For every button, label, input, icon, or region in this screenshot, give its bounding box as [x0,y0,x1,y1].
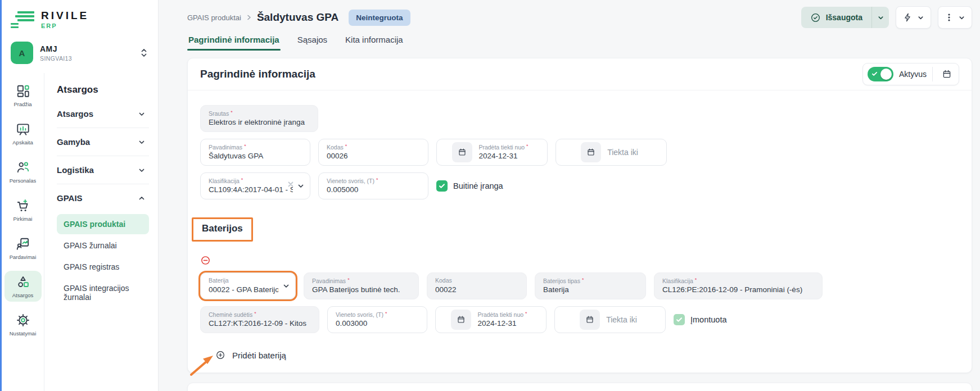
saved-dropdown-caret[interactable] [871,7,889,28]
menu-item-gpais[interactable]: GPAIS [57,184,149,212]
rail-label: Atsargos [12,292,34,298]
clear-icon[interactable] [287,180,295,188]
vieneto-svoris-field[interactable]: Vieneto svoris, (T) 0.005000 [318,172,428,199]
card-title: Pagrindinė informacija [200,68,315,80]
field-label: Baterijos tipas [543,277,638,285]
kebab-icon [945,12,954,22]
toggle-knob [880,69,892,80]
page-header: GPAIS produktai Šaldytuvas GPA Neintegru… [187,6,972,29]
dashboard-icon [16,84,30,98]
rail-label: Apskaita [12,139,33,146]
chevron-down-icon [297,182,305,190]
submenu-item-gpais-zurnalai[interactable]: GPAIS žurnalai [57,235,149,256]
active-toggle[interactable] [868,67,893,81]
rail-item-personalas[interactable]: Personalas [4,156,42,187]
pavadinimas-field[interactable]: Pavadinimas Šaldytuvas GPA [200,139,310,166]
tiekta-iki-field[interactable]: Tiekta iki [556,139,667,166]
calendar-icon [580,310,600,330]
tab-kita-informacija[interactable]: Kita informacija [344,30,404,51]
rail-item-atsargos[interactable]: Atsargos [4,271,42,302]
baterijos-tipas-field: Baterijos tipas Baterija [535,272,646,299]
baterija-pavadinimas-field: Pavadinimas GPA Baterijos butinė tech. [304,272,419,299]
pradeta-tiekti-nuo-field[interactable]: Pradėta tiekti nuo 2024-12-31 [436,139,548,166]
chevron-down-icon [958,14,965,21]
saved-split-button[interactable]: Išsaugota [801,7,889,28]
tab-pagrindine-informacija[interactable]: Pagrindinė informacija [187,30,281,51]
lightning-icon [902,12,913,22]
baterija-select[interactable]: Baterija 00022 - GPA Baterijos bu [200,272,296,299]
field-value: 2024-12-31 [478,151,528,161]
rail-item-nustatymai[interactable]: Nustatymai [4,309,42,340]
shapes-icon [16,275,30,289]
chevron-down-icon [138,138,146,146]
field-value: 2024-12-31 [477,319,527,329]
chart-board-icon [16,122,30,137]
rail-item-pardavimai[interactable]: Pardavimai [4,233,42,263]
field-value: CL127:KT:2016-12-09 - Kitos [209,319,311,329]
remove-battery-row [200,255,959,266]
submenu-item-gpais-registras[interactable]: GPAIS registras [57,257,149,277]
active-toggle-group: Aktyvus [862,63,959,85]
field-value: CL126:PE:2016-12-09 - Pramoniniai (-ės) [662,285,814,295]
chevron-right-icon [246,14,252,21]
calendar-icon [452,142,472,162]
submenu-item-gpais-integracijos-zurnalai[interactable]: GPAIS integracijos žurnalai [57,278,149,307]
buitine-iranga-checkbox[interactable]: Buitinė įranga [436,180,503,192]
menu-item-label: Logistika [57,165,94,175]
field-value: CL109:4A:2017-04-01 - St [209,185,293,195]
srautas-field[interactable]: Srautas Elektros ir elektroninė įranga [200,105,318,132]
sidebar: RIVILE ERP A AMJ SINGVAI13 [2,0,159,391]
plus-circle-icon [215,350,225,360]
field-label: Pradėta tiekti nuo [478,143,528,152]
more-menu-button[interactable] [938,6,972,29]
chevron-down-icon [282,282,290,290]
brand[interactable]: RIVILE ERP [2,0,158,31]
menu-item-gamyba[interactable]: Gamyba [57,128,149,156]
rail-item-pradzia[interactable]: Pradžia [4,80,42,111]
baterijos-section-title: Baterijos [202,223,243,234]
check-circle-icon [810,12,821,23]
chemine-sudetis-field: Cheminė sudėtis CL127:KT:2016-12-09 - Ki… [200,306,319,333]
user-name: AMJ [40,44,72,53]
form-row: Pavadinimas Šaldytuvas GPA Kodas 00026 [200,139,959,166]
menu-item-label: Gamyba [57,137,90,147]
field-label: Cheminė sudėtis [209,311,311,319]
field-placeholder: Tiekta iki [606,315,637,324]
field-value: 00022 [435,285,518,295]
history-calendar-button[interactable] [938,66,955,82]
menu-item-label: Atsargos [57,109,93,119]
menu-item-atsargos[interactable]: Atsargos [57,100,149,128]
check-icon [871,71,878,77]
klasifikacija-select[interactable]: Klasifikacija CL109:4A:2017-04-01 - St [200,172,310,199]
add-battery-button[interactable]: Pridėti bateriją [215,350,286,360]
field-label: Klasifikacija [662,277,814,285]
chevron-up-icon [138,194,146,202]
main-content: GPAIS produktai Šaldytuvas GPA Neintegru… [159,0,980,391]
user-switcher[interactable]: A AMJ SINGVAI13 [11,42,149,64]
tab-bar: Pagrindinė informacija Sąsajos Kita info… [187,30,972,51]
menu-item-logistika[interactable]: Logistika [57,156,149,184]
breadcrumb[interactable]: GPAIS produktai [187,13,241,22]
baterija-tiekta-iki-field[interactable]: Tiekta iki [554,306,666,333]
field-label: Srautas [209,110,310,118]
remove-circle-icon[interactable] [200,255,211,266]
field-label: Vieneto svoris, (T) [327,177,420,185]
baterija-vieneto-svoris-field[interactable]: Vieneto svoris, (T) 0.003000 [327,306,427,333]
card-content: Srautas Elektros ir elektroninė įranga P… [188,105,972,360]
quick-actions-button[interactable] [896,6,931,29]
add-battery-label: Pridėti bateriją [232,351,286,360]
calendar-icon [451,310,471,330]
field-label: Kodas [435,277,518,285]
kodas-field[interactable]: Kodas 00026 [318,139,428,166]
rail-item-pirkimai[interactable]: Pirkimai [4,194,42,225]
submenu-item-gpais-produktai[interactable]: GPAIS produktai [57,214,149,234]
rail-item-apskaita[interactable]: Apskaita [4,118,42,149]
battery-form-row: Cheminė sudėtis CL127:KT:2016-12-09 - Ki… [200,306,959,333]
tab-sasajos[interactable]: Sąsajos [296,30,328,51]
checkbox-checked-icon [436,180,448,192]
battery-form-row: Baterija 00022 - GPA Baterijos bu Pavadi… [200,272,959,299]
baterija-pradeta-tiekti-field[interactable]: Pradėta tiekti nuo 2024-12-31 [435,306,547,333]
chevron-updown-icon[interactable] [139,47,149,59]
gear-icon [16,313,30,328]
checkbox-label: Buitinė įranga [453,181,503,190]
